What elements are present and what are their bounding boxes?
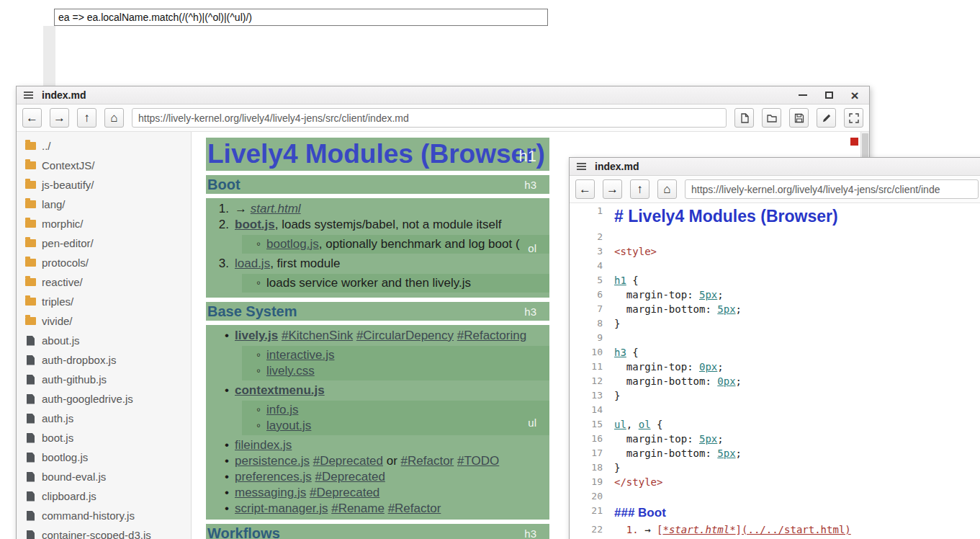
list-marker: • [216,437,229,453]
code-text: # Lively4 Modules (Browser) [603,204,838,231]
sidebar-item[interactable]: triples/ [17,292,191,311]
md-link[interactable]: info.js [266,403,298,416]
home-button[interactable]: ⌂ [657,179,677,199]
code-line: 11 margin-top: 0px; [570,360,980,374]
toggle-fullscreen-button[interactable] [844,108,863,128]
sidebar-item[interactable]: container-scoped-d3.js [17,525,191,539]
md-link[interactable]: #TODO [457,454,499,468]
code-text: 1. → [*start.html*](../../start.html) [603,522,851,537]
md-link[interactable]: #Refactor [388,502,441,515]
list-marker: ◦ [251,236,261,252]
close-button[interactable]: × [848,89,862,102]
md-link[interactable]: #Refactoring [457,329,526,342]
window-controls: × [796,89,862,102]
md-link[interactable]: load.js [235,257,270,270]
md-link[interactable]: script-manager.js [235,502,328,515]
list-marker: ◦ [251,275,261,291]
code-line: 8} [570,316,980,331]
code-text: margin-top: 5px; [603,432,724,446]
md-link[interactable]: interactive.js [266,348,334,362]
sidebar-item[interactable]: lang/ [17,195,191,214]
md-link[interactable]: #Deprecated [315,470,385,484]
sidebar-item[interactable]: auth.js [17,409,191,428]
sidebar-item[interactable]: auth-googledrive.js [17,389,191,409]
file-name: auth-dropbox.js [42,354,116,366]
sidebar-item[interactable]: auth-dropbox.js [17,350,191,370]
md-link[interactable]: lively.js [235,329,278,342]
sidebar-item[interactable]: clipboard.js [17,486,191,506]
sidebar-item[interactable]: bootlog.js [17,447,191,467]
code-token: { [626,275,639,286]
sidebar-item[interactable]: bound-eval.js [17,467,191,486]
md-link[interactable]: #CircularDepency [356,329,454,342]
list-item: ◦layout.js [242,418,549,434]
list-text: loads service worker and then lively.js [266,275,471,291]
code-token: ### Boot [614,506,666,520]
up-button[interactable]: ↑ [630,179,649,199]
line-number: 22 [570,522,603,537]
sidebar-item[interactable]: reactive/ [17,272,191,292]
up-button[interactable]: ↑ [77,108,96,128]
sidebar-item[interactable]: boot.js [17,428,191,447]
md-link[interactable]: messaging.js [235,486,306,499]
home-button[interactable]: ⌂ [104,108,124,128]
list-marker: 2. [216,217,229,233]
list-item: •messaging.js #Deprecated [206,485,549,501]
code-line: 6 margin-top: 5px; [570,288,980,302]
maximize-button[interactable] [822,89,836,102]
back-button[interactable]: ← [575,179,595,199]
back-button[interactable]: ← [22,108,42,128]
line-number: 9 [570,331,603,345]
minimize-button[interactable] [796,89,810,102]
md-link[interactable]: fileindex.js [235,438,292,452]
red-marker [850,138,858,146]
new-file-button[interactable] [734,108,754,128]
sidebar-item[interactable]: ../ [17,136,191,156]
code-token: { [626,347,639,358]
sidebar-item[interactable]: protocols/ [17,253,191,272]
md-link[interactable]: #Deprecated [313,454,383,468]
sidebar-item[interactable]: js-beautify/ [17,175,191,195]
forward-button[interactable]: → [50,108,69,128]
md-link[interactable]: boot.js [235,218,275,231]
md-link[interactable]: lively.css [266,364,315,378]
folder-icon [25,259,36,267]
code-text: margin-bottom: 5px; [603,446,742,460]
menu-icon[interactable] [577,161,586,172]
md-link[interactable]: start.html [251,202,301,215]
sidebar-item[interactable]: command-history.js [17,506,191,525]
url-input[interactable] [132,108,727,128]
md-link[interactable]: layout.js [266,419,311,432]
md-link[interactable]: #Refactor [401,454,454,468]
edit-button[interactable] [817,108,836,128]
md-link[interactable]: preferences.js [235,470,312,484]
folder-icon [25,142,36,150]
file-icon [27,511,35,521]
window-title: index.md [595,161,639,172]
sidebar-item[interactable]: ContextJS/ [17,156,191,175]
filter-input[interactable] [54,9,548,26]
file-name: boot.js [42,432,73,444]
code-token: ol [639,419,651,430]
open-directory-button[interactable] [762,108,781,128]
sidebar-item[interactable]: auth-github.js [17,370,191,389]
sidebar-item[interactable]: vivide/ [17,311,191,331]
md-link[interactable]: #KitchenSink [282,329,353,342]
url-input[interactable] [685,179,979,199]
md-link[interactable]: persistence.js [235,454,310,468]
md-link[interactable]: contextmenu.js [235,383,325,397]
line-number: 18 [570,460,603,475]
sidebar-item[interactable]: morphic/ [17,214,191,233]
sidebar-item[interactable]: about.js [17,331,191,350]
source-titlebar[interactable]: index.md [570,158,980,176]
menu-icon[interactable] [24,90,33,100]
md-link[interactable]: #Rename [331,502,385,515]
sidebar-item[interactable]: pen-editor/ [17,233,191,253]
main-titlebar[interactable]: index.md × [17,86,869,104]
forward-button[interactable]: → [603,179,622,199]
md-link[interactable]: bootlog.js [266,237,319,251]
folder-icon [25,220,36,228]
save-button[interactable] [789,108,809,128]
editor-lines[interactable]: 1# Lively4 Modules (Browser)23<style>45h… [570,204,980,539]
md-link[interactable]: #Deprecated [310,486,379,499]
